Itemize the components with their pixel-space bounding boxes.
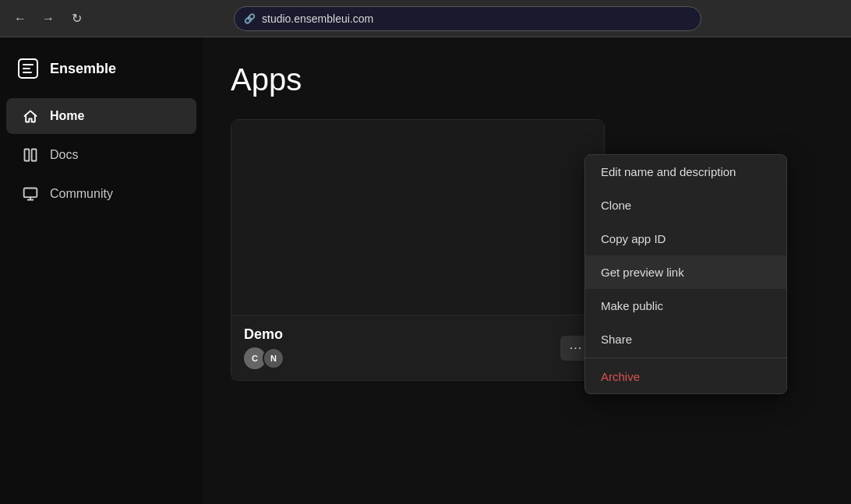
svg-rect-3 [24,189,37,198]
back-button[interactable]: ← [9,8,31,30]
docs-icon [22,146,39,164]
sidebar-item-community-label: Community [50,187,113,201]
sidebar-item-community[interactable]: Community [6,176,196,212]
main-content: Apps Demo C N ··· [203,37,851,504]
svg-rect-2 [32,150,37,161]
logo-text: Ensemble [50,61,116,77]
menu-item-copy-app-id[interactable]: Copy app ID [585,222,786,256]
app-name: Demo [244,326,284,343]
context-menu: Edit name and description Clone Copy app… [584,154,787,394]
logo-area: Ensemble [0,50,203,97]
menu-divider [585,358,786,358]
svg-rect-1 [25,150,30,161]
menu-item-share[interactable]: Share [585,322,786,356]
app-container: Ensemble Home Docs [0,37,851,504]
sidebar: Ensemble Home Docs [0,37,203,504]
community-icon [22,185,39,203]
sidebar-item-docs-label: Docs [50,148,78,162]
browser-chrome: ← → ↻ 🔗 studio.ensembleui.com [0,0,851,37]
forward-button[interactable]: → [37,8,59,30]
app-card-footer: Demo C N ··· [231,315,604,380]
app-card-info: Demo C N [244,326,284,369]
avatar-group: C N [244,347,284,369]
address-bar[interactable]: 🔗 studio.ensembleui.com [234,6,701,31]
app-card-preview [231,120,604,315]
ensemble-logo-icon [16,56,41,81]
menu-item-make-public[interactable]: Make public [585,289,786,322]
menu-item-get-preview-link[interactable]: Get preview link [585,256,786,289]
sidebar-item-home-label: Home [50,109,84,123]
menu-item-edit-name[interactable]: Edit name and description [585,155,786,189]
url-text: studio.ensembleui.com [262,12,373,25]
reload-button[interactable]: ↻ [65,8,87,30]
app-card: Demo C N ··· [231,119,605,381]
site-icon: 🔗 [244,13,256,24]
home-icon [22,107,39,125]
sidebar-item-docs[interactable]: Docs [6,137,196,173]
menu-item-archive[interactable]: Archive [585,360,786,393]
menu-item-clone[interactable]: Clone [585,189,786,222]
sidebar-item-home[interactable]: Home [6,98,196,134]
page-title: Apps [231,62,823,97]
avatar-n: N [263,347,284,369]
